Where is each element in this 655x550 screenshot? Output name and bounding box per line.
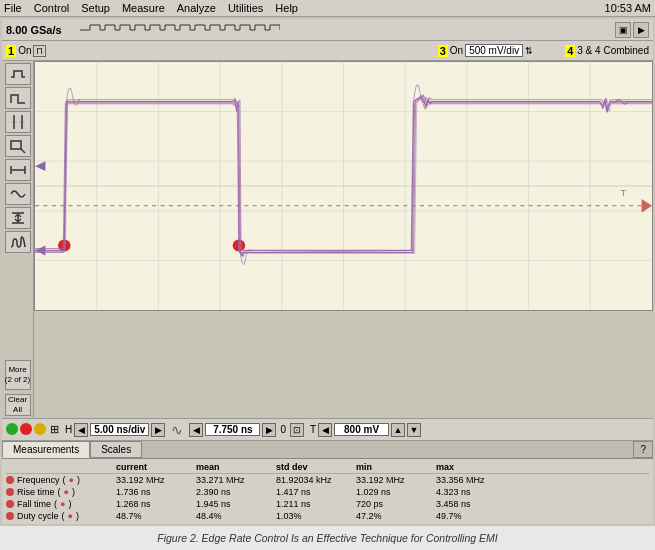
freq-stddev: 81.92034 kHz (276, 475, 356, 485)
t-decrease2-button[interactable]: ▼ (407, 423, 421, 437)
cursors-button[interactable] (5, 111, 31, 133)
measurements-header: current mean std dev min max (6, 461, 649, 474)
trigger-pos-increase[interactable]: ▶ (262, 423, 276, 437)
channel4-label[interactable]: 4 3 & 4 Combined (565, 45, 649, 57)
trigger-pos-decrease[interactable]: ◀ (189, 423, 203, 437)
t-decrease-button[interactable]: ◀ (318, 423, 332, 437)
duty-current: 48.7% (116, 511, 196, 521)
menu-utilities[interactable]: Utilities (228, 2, 263, 14)
oscilloscope-display: T (34, 61, 653, 311)
meas-name-frequency: Frequency(●) (6, 475, 116, 485)
menu-setup[interactable]: Setup (81, 2, 110, 14)
top-status-bar: 8.00 GSa/s ▣ ▶ (2, 19, 653, 41)
col-current: current (116, 462, 196, 472)
table-row: Frequency(●) 33.192 MHz 33.271 MHz 81.92… (6, 474, 649, 486)
clear-all-button[interactable]: Clear All (5, 394, 31, 416)
figure-caption: Figure 2. Edge Rate Control Is an Effect… (0, 526, 655, 550)
scope-icon: ⊞ (50, 423, 59, 436)
channel3-label[interactable]: 3 On 500 mV/div ⇅ (438, 44, 534, 57)
tab-scales[interactable]: Scales (90, 441, 142, 458)
fall-dot (6, 500, 14, 508)
svg-line-4 (21, 149, 25, 153)
sample-rate: 8.00 GSa/s (6, 24, 62, 36)
meas-name-falltime: Fall time(●) (6, 499, 116, 509)
scope-main-area: More (2 of 2) Clear All (2, 61, 653, 418)
duty-stddev: 1.03% (276, 511, 356, 521)
menu-help[interactable]: Help (275, 2, 298, 14)
bottom-controls-bar: ⊞ H ◀ 5.00 ns/div ▶ ∿ ◀ 7.750 ns ▶ 0 ⊡ T (2, 418, 653, 440)
h-increase-button[interactable]: ▶ (151, 423, 165, 437)
scope-container: 8.00 GSa/s ▣ ▶ 1 On ⊓ 3 On 5 (0, 17, 655, 526)
autoscale-button[interactable]: ▣ (615, 22, 631, 38)
table-row: Rise time(●) 1.736 ns 2.390 ns 1.417 ns … (6, 486, 649, 498)
trigger-position-value: 7.750 ns (205, 423, 260, 436)
channel1-label[interactable]: 1 On ⊓ (6, 45, 46, 57)
rise-min: 1.029 ns (356, 487, 436, 497)
measurements-tabs: Measurements Scales ? (2, 441, 653, 459)
table-row: Fall time(●) 1.268 ns 1.945 ns 1.211 ns … (6, 498, 649, 510)
t-label: T (310, 424, 316, 435)
ch1-status: On (18, 45, 31, 56)
ch1-indicator: ⊓ (33, 45, 46, 57)
meas-name-dutycycle: Duty cycle(●) (6, 511, 116, 521)
svg-text:T: T (621, 188, 627, 198)
col-mean: mean (196, 462, 276, 472)
rise-stddev: 1.417 ns (276, 487, 356, 497)
trigger-level-group: T ◀ 800 mV ▲ ▼ (310, 423, 421, 437)
menu-analyze[interactable]: Analyze (177, 2, 216, 14)
fall-stddev: 1.211 ns (276, 499, 356, 509)
col-max: max (436, 462, 516, 472)
trigger-waveform-display (80, 22, 607, 38)
meas-name-risetime: Rise time(●) (6, 487, 116, 497)
duty-mean: 48.4% (196, 511, 276, 521)
ch3-status: On (450, 45, 463, 56)
dot-yellow (34, 423, 46, 435)
scope-waveform-svg: T (35, 62, 652, 310)
pulse-button[interactable] (5, 63, 31, 85)
corner-buttons: ▣ ▶ (615, 22, 649, 38)
trigger-position-group: ◀ 7.750 ns ▶ 0 ⊡ (189, 423, 304, 437)
measurements-panel: Measurements Scales ? current mean std d… (2, 440, 653, 524)
more-button[interactable]: More (2 of 2) (5, 360, 31, 390)
horizontal-control-group: H ◀ 5.00 ns/div ▶ (65, 423, 165, 437)
fall-min: 720 ps (356, 499, 436, 509)
ch4-desc: 3 & 4 Combined (577, 45, 649, 56)
tab-measurements[interactable]: Measurements (2, 441, 90, 458)
zoom-button[interactable] (5, 135, 31, 157)
rise-dot (6, 488, 14, 496)
help-button[interactable]: ? (633, 441, 653, 458)
trigger-zero: 0 (280, 424, 286, 435)
rise-mean: 2.390 ns (196, 487, 276, 497)
h-label: H (65, 424, 72, 435)
ch3-scale: 500 mV/div (465, 44, 523, 57)
t-increase-button[interactable]: ▲ (391, 423, 405, 437)
menu-bar: File Control Setup Measure Analyze Utili… (0, 0, 655, 17)
ch3-icon: ⇅ (525, 46, 533, 56)
measurements-table: current mean std dev min max Frequency(●… (2, 459, 653, 524)
menu-items: File Control Setup Measure Analyze Utili… (4, 2, 298, 14)
fft-button[interactable] (5, 231, 31, 253)
ch4-number: 4 (565, 45, 575, 57)
run-stop-button[interactable]: ▶ (633, 22, 649, 38)
freq-dot (6, 476, 14, 484)
duty-min: 47.2% (356, 511, 436, 521)
table-row: Duty cycle(●) 48.7% 48.4% 1.03% 47.2% 49… (6, 510, 649, 522)
fall-current: 1.268 ns (116, 499, 196, 509)
trigger-zero-button[interactable]: ⊡ (290, 423, 304, 437)
col-stddev: std dev (276, 462, 356, 472)
menu-file[interactable]: File (4, 2, 22, 14)
freq-current: 33.192 MHz (116, 475, 196, 485)
h-decrease-button[interactable]: ◀ (74, 423, 88, 437)
ref-button[interactable] (5, 207, 31, 229)
measure-button[interactable] (5, 159, 31, 181)
wavemath-button[interactable] (5, 183, 31, 205)
wave-icon: ∿ (171, 422, 183, 438)
menu-measure[interactable]: Measure (122, 2, 165, 14)
edge-button[interactable] (5, 87, 31, 109)
app-window: File Control Setup Measure Analyze Utili… (0, 0, 655, 550)
freq-min: 33.192 MHz (356, 475, 436, 485)
t-level-value: 800 mV (334, 423, 389, 436)
menu-control[interactable]: Control (34, 2, 69, 14)
duty-dot (6, 512, 14, 520)
clock-display: 10:53 AM (605, 2, 651, 14)
